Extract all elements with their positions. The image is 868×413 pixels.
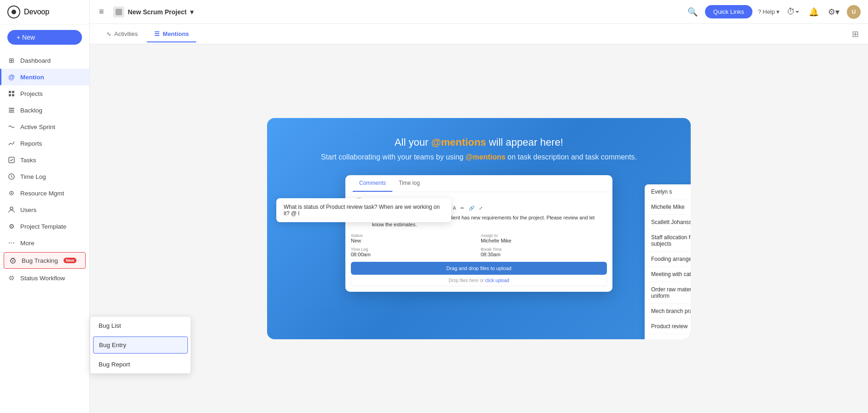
suggestion-item[interactable]: Meeting with caters for fooding	[645, 267, 691, 282]
svg-rect-2	[9, 91, 11, 93]
sidebar-item-active-sprint[interactable]: Active Sprint	[0, 118, 89, 135]
help-button[interactable]: ? Help ▾	[758, 8, 780, 15]
suggestion-item[interactable]: Staff allocation for second sem subjects	[645, 230, 691, 252]
assign-field: Assign to Michelle Mike	[481, 233, 607, 243]
sidebar-item-projects[interactable]: Projects	[0, 85, 89, 102]
suggestion-item[interactable]: Michelle Mike	[645, 200, 691, 215]
sidebar-item-resource[interactable]: Resource Mgmt	[0, 185, 89, 201]
svg-point-13	[10, 207, 13, 210]
sidebar: Devoop + New ⊞ Dashboard @ Mention Proje…	[0, 0, 90, 413]
sidebar-item-mention[interactable]: @ Mention	[0, 69, 89, 85]
sidebar-item-label: Mention	[20, 74, 44, 81]
breaktime-field: Break Time 08:30am	[481, 247, 607, 257]
sidebar-item-label: Backlog	[20, 107, 42, 114]
quick-links-button[interactable]: Quick Links	[705, 5, 752, 18]
sidebar-item-label: Project Template	[20, 223, 66, 230]
mention-title-highlight: @mentions	[431, 136, 486, 148]
mention-icon: @	[7, 73, 16, 81]
dropdown-bug-entry[interactable]: Bug Entry	[93, 336, 188, 354]
tabs-bar: ∿ Activities ☰ Mentions ⊞	[90, 24, 868, 44]
help-label: Help	[763, 8, 775, 15]
upload-section[interactable]: Drag and drop files to upload	[351, 262, 607, 275]
mention-card: All your @mentions will appear here! Sta…	[267, 118, 691, 339]
upload-text: Drag and drop files to upload	[446, 266, 511, 271]
sidebar-item-label: Time Log	[20, 173, 46, 180]
notification-button[interactable]: 🔔	[807, 5, 821, 19]
dropdown-bug-report[interactable]: Bug Report	[90, 355, 191, 373]
form-fields: Status New Assign to Michelle Mike Time …	[351, 233, 607, 257]
help-chevron-icon: ▾	[776, 8, 780, 15]
help-circle-icon: ?	[758, 8, 761, 15]
sidebar-item-reports[interactable]: Reports	[0, 135, 89, 152]
status-field: Status New	[351, 233, 477, 243]
sidebar-item-backlog[interactable]: Backlog	[0, 102, 89, 118]
svg-rect-8	[9, 112, 14, 112]
mentions-icon: ☰	[154, 30, 160, 37]
sidebar-item-label: Tasks	[20, 157, 36, 164]
sidebar-item-bug-tracking[interactable]: Bug Tracking New	[4, 252, 86, 269]
main-content: ≡ New Scrum Project ▾ 🔍 Quick Links ? He…	[90, 0, 868, 413]
status-value: New	[351, 238, 477, 243]
task-card-tabs: Comments Time log	[345, 175, 612, 192]
timelog-value: 08:00am	[351, 252, 477, 257]
grid-view-button[interactable]: ⊞	[852, 29, 859, 39]
sidebar-item-label: Status Workflow	[20, 275, 65, 282]
svg-rect-16	[116, 9, 122, 15]
sidebar-nav: ⊞ Dashboard @ Mention Projects Backlog	[0, 50, 89, 413]
svg-point-15	[12, 260, 14, 262]
sidebar-item-tasks[interactable]: Tasks	[0, 152, 89, 168]
assign-label: Assign to	[481, 233, 607, 238]
expand-btn[interactable]: ⤢	[478, 205, 484, 212]
highlight-btn[interactable]: ✏	[459, 205, 466, 212]
task-card-tab-comments[interactable]: Comments	[353, 175, 392, 192]
drop-text: Drop files here or	[449, 278, 485, 283]
hamburger-button[interactable]: ≡	[97, 5, 106, 18]
breaktime-label: Break Time	[481, 247, 607, 252]
more-icon: ⋯	[7, 239, 16, 247]
sidebar-item-users[interactable]: Users	[0, 201, 89, 218]
sidebar-item-dashboard[interactable]: ⊞ Dashboard	[0, 52, 89, 69]
sidebar-item-project-template[interactable]: ⚙ Project Template	[0, 218, 89, 235]
color-btn[interactable]: A	[451, 205, 457, 212]
drop-link[interactable]: click upload	[485, 278, 509, 283]
bug-tracking-icon	[9, 256, 17, 265]
suggestion-item[interactable]: Scatlett Johansson	[645, 215, 691, 230]
suggestion-item[interactable]: Order raw materials for students uniform	[645, 282, 691, 304]
suggestion-item[interactable]: Making list for books to be purchase.	[645, 334, 691, 339]
project-icon	[113, 6, 124, 18]
timelog-icon	[7, 172, 16, 181]
new-button[interactable]: + New	[7, 30, 82, 45]
sidebar-item-more[interactable]: ⋯ More	[0, 235, 89, 251]
user-avatar[interactable]: U	[847, 5, 861, 19]
mention-subtitle-highlight: @mentions	[466, 153, 506, 161]
project-selector[interactable]: New Scrum Project ▾	[113, 6, 194, 18]
suggestion-item[interactable]: Product review	[645, 319, 691, 334]
svg-rect-7	[9, 110, 14, 111]
suggestion-item[interactable]: Mech branch practical exam	[645, 304, 691, 319]
search-button[interactable]: 🔍	[686, 5, 699, 19]
settings-button[interactable]: ⚙▾	[826, 5, 841, 19]
tab-activities[interactable]: ∿ Activities	[99, 26, 145, 42]
tab-mentions[interactable]: ☰ Mentions	[147, 26, 196, 42]
mention-title-after: will appear here!	[486, 136, 564, 148]
suggestion-item[interactable]: Fooding arrangement for new batch	[645, 252, 691, 267]
sidebar-item-timelog[interactable]: Time Log	[0, 168, 89, 185]
link-btn[interactable]: 🔗	[467, 205, 476, 212]
suggestion-item[interactable]: Evelyn s	[645, 184, 691, 200]
svg-rect-3	[12, 91, 14, 93]
project-name: New Scrum Project	[128, 8, 187, 16]
topbar: ≡ New Scrum Project ▾ 🔍 Quick Links ? He…	[90, 0, 868, 24]
dropdown-bug-list[interactable]: Bug List	[90, 317, 191, 335]
bug-tracking-dropdown: Bug List Bug Entry Bug Report	[90, 316, 191, 374]
sidebar-item-label: Reports	[20, 140, 42, 147]
mention-subtitle-after: on task description and task comments.	[506, 153, 637, 161]
mention-subtitle: Start collaborating with your teams by u…	[285, 153, 672, 161]
sidebar-item-label: Users	[20, 206, 36, 213]
task-card-tab-timelog[interactable]: Time log	[392, 175, 426, 192]
svg-rect-4	[9, 94, 11, 96]
sidebar-item-status-workflow[interactable]: Status Workflow	[0, 270, 89, 286]
tabs-left: ∿ Activities ☰ Mentions	[99, 26, 196, 42]
timer-button[interactable]: ⏱▾	[785, 5, 801, 18]
status-workflow-icon	[7, 274, 16, 282]
input-bubble-text: What is status of Product review task? W…	[284, 204, 440, 217]
